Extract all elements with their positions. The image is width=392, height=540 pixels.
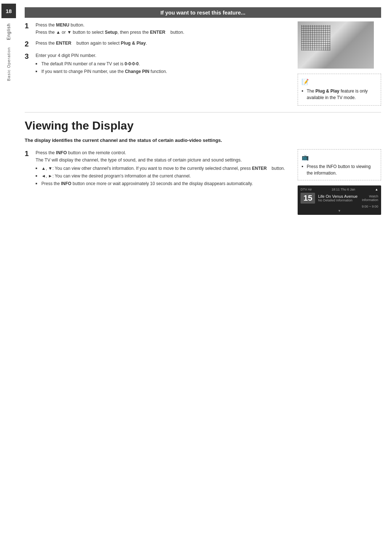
viewing-right-col: 📺 ■ Press the INFO button to viewing the… [298,149,381,215]
reset-feature-box: If you want to reset this feature... 1 P… [25,7,381,106]
note-icon: 📝 [302,78,377,86]
main-content: If you want to reset this feature... 1 P… [21,0,392,222]
step-2-num: 2 [25,40,32,48]
tv-image [298,21,374,69]
reset-steps-col: 1 Press the MENU button. Press the ▲ or … [25,21,290,106]
step-1: 1 Press the MENU button. Press the ▲ or … [25,21,290,36]
step-3-content: Enter your 4 digit PIN number. The defau… [36,52,167,76]
channel-bar-top: DTV Air 18:11 Thu 6 Jan ▲ [301,188,378,191]
reset-right-col: 📝 The Plug & Play feature is only availa… [298,21,381,106]
channel-bar-mid: 15 Life On Venus Avenue No Detailed Info… [301,193,378,204]
viewing-bullet-3: Press the INFO button once more or wait … [36,180,285,187]
sidebar-language: English [6,23,11,40]
channel-triangle: ▲ [375,188,378,191]
viewing-section: Viewing the Display The display identifi… [25,119,381,215]
plug-play-note-item: The Plug & Play feature is only availabl… [302,88,377,101]
channel-time: 18:11 Thu 6 Jan [332,188,355,191]
plug-play-note-list: The Plug & Play feature is only availabl… [302,88,377,101]
section-intro: The display identifies the current chann… [25,137,381,144]
step-3-bullet-2: If you want to change PIN number, use th… [36,68,167,75]
page-number: 18 [1,4,16,18]
channel-info-bar: DTV Air 18:11 Thu 6 Jan ▲ 15 Life On Ven… [298,185,381,215]
step-2: 2 Press the ENTER button again to select… [25,40,290,48]
viewing-bullets: ▲, ▼: You can view other channel's infor… [36,165,285,188]
section-divider [25,112,381,112]
info-note: 📺 ■ Press the INFO button to viewing the… [298,149,381,180]
step-1-content: Press the MENU button. Press the ▲ or ▼ … [36,21,184,36]
viewing-step-1-num: 1 [25,149,32,188]
channel-watch: Watch [362,195,378,198]
section-title: Viewing the Display [25,119,381,132]
viewing-bullet-1: ▲, ▼: You can view other channel's infor… [36,165,285,172]
step-3-bullet-1: The default PIN number of a new TV set i… [36,61,167,68]
channel-info-sub: Information [362,198,378,202]
step-3-num: 3 [25,52,32,76]
channel-title: Life On Venus Avenue [318,194,359,199]
viewing-step-1-content: Press the INFO button on the remote cont… [36,149,285,188]
sidebar-section: Basic Operation [7,47,11,81]
plug-play-note: 📝 The Plug & Play feature is only availa… [298,74,381,106]
info-note-item: ■ Press the INFO button to viewing the i… [302,163,377,176]
step-3-bullets: The default PIN number of a new TV set i… [36,61,167,75]
channel-bar-bottom-arrow: ▼ [301,209,378,213]
reset-box-header: If you want to reset this feature... [25,7,381,18]
channel-time-range: 9:00 ~ 9:00 [301,205,378,208]
info-note-list: ■ Press the INFO button to viewing the i… [302,163,377,176]
viewing-step-1: 1 Press the INFO button on the remote co… [25,149,290,188]
step-1-num: 1 [25,21,32,36]
step-2-content: Press the ENTER button again to select P… [36,40,147,48]
sidebar: 18 English Basic Operation [0,0,17,181]
channel-num: 15 [303,194,312,202]
viewing-steps-col: 1 Press the INFO button on the remote co… [25,149,290,215]
channel-detail: No Detailed Information [318,199,359,202]
tv-pixel-overlay [301,25,330,50]
viewing-two-col: 1 Press the INFO button on the remote co… [25,149,381,215]
step-3: 3 Enter your 4 digit PIN number. The def… [25,52,290,76]
channel-label: DTV Air [301,188,312,191]
viewing-bullet-2: ◄, ►: You can view the desired program's… [36,173,285,180]
reset-two-col: 1 Press the MENU button. Press the ▲ or … [25,21,381,106]
info-note-icon: 📺 [302,153,377,162]
